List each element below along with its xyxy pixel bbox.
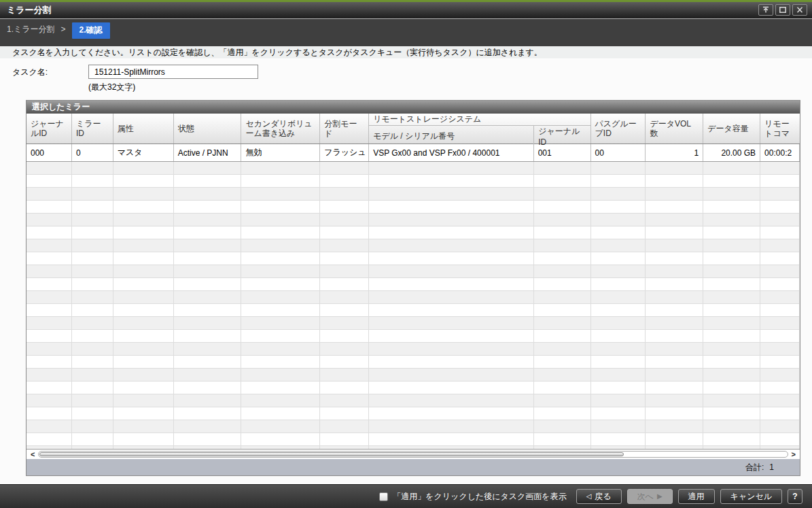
empty-cell (591, 188, 646, 200)
h-scrollbar[interactable]: < > (27, 449, 800, 459)
empty-cell (113, 226, 174, 239)
empty-cell (760, 265, 800, 277)
column-header-split-mode[interactable]: 分割モード (320, 114, 369, 143)
empty-cell (241, 188, 320, 200)
breadcrumb-step-2-current: 2.確認 (72, 22, 110, 39)
empty-cell (591, 369, 646, 381)
empty-cell (174, 394, 242, 407)
empty-cell (174, 252, 242, 265)
column-header-remote-command-device[interactable]: リモートコマ (760, 114, 800, 143)
column-header-path-group-id[interactable]: パスグループID (591, 114, 646, 143)
close-button[interactable] (792, 4, 807, 16)
column-header-status[interactable]: 状態 (174, 114, 242, 143)
empty-cell (591, 317, 646, 329)
empty-cell (72, 175, 113, 187)
empty-cell (646, 214, 703, 226)
empty-cell (646, 407, 703, 420)
action-bar: 「適用」をクリックした後にタスク画面を表示 ◁ 戻る 次へ ▶ 適用 キャンセル… (0, 484, 812, 508)
cancel-button[interactable]: キャンセル (720, 489, 782, 504)
empty-cell (27, 201, 72, 213)
empty-cell (174, 433, 242, 445)
empty-cell (113, 278, 174, 290)
column-header-journal-id[interactable]: ジャーナルID (27, 114, 72, 143)
h-scrollbar-thumb[interactable] (39, 452, 624, 456)
task-name-input[interactable] (88, 65, 258, 79)
empty-cell (174, 214, 242, 226)
empty-cell (760, 369, 800, 381)
cell-path-group-id: 00 (591, 144, 646, 161)
empty-cell (113, 291, 174, 303)
window-titlebar: ミラー分割 (0, 2, 812, 19)
help-button[interactable]: ? (788, 489, 802, 504)
cell-data-capacity: 20.00 GB (703, 144, 760, 161)
empty-cell (320, 304, 369, 316)
back-button[interactable]: ◁ 戻る (576, 489, 622, 504)
empty-cell (591, 291, 646, 303)
breadcrumb-step-1[interactable]: 1.ミラー分割 (7, 22, 55, 35)
empty-cell (369, 433, 534, 445)
rollup-button[interactable] (758, 4, 773, 16)
empty-cell (174, 175, 242, 187)
apply-button[interactable]: 適用 (678, 489, 715, 504)
column-header-attribute[interactable]: 属性 (113, 114, 174, 143)
task-name-label: タスク名: (12, 67, 48, 78)
empty-cell (72, 317, 113, 329)
empty-cell (174, 356, 242, 368)
column-header-mirror-id[interactable]: ミラーID (72, 114, 113, 143)
empty-cell (27, 188, 72, 200)
empty-cell (320, 407, 369, 420)
empty-cell (591, 201, 646, 213)
empty-cell (241, 317, 320, 329)
empty-cell (113, 433, 174, 445)
empty-cell (72, 188, 113, 200)
empty-cell (534, 394, 591, 407)
empty-cell (534, 382, 591, 394)
show-task-screen-checkbox[interactable] (379, 492, 388, 501)
empty-cell (760, 407, 800, 420)
empty-row (27, 175, 800, 188)
empty-cell (703, 433, 760, 445)
empty-cell (703, 239, 760, 252)
maximize-icon (779, 6, 787, 14)
table-row[interactable]: 000 0 マスタ Active / PJNN 無効 フラッシュ VSP Gx0… (27, 144, 800, 162)
empty-cell (320, 239, 369, 252)
empty-cell (113, 175, 174, 187)
back-button-label: 戻る (595, 491, 611, 503)
empty-row (27, 239, 800, 252)
empty-cell (113, 394, 174, 407)
empty-cell (534, 252, 591, 265)
empty-cell (241, 162, 320, 174)
scroll-right-icon[interactable]: > (792, 450, 796, 459)
maximize-button[interactable] (775, 4, 790, 16)
column-header-data-capacity[interactable]: データ容量 (703, 114, 760, 143)
empty-cell (760, 330, 800, 342)
column-header-secondary-volume-write[interactable]: セカンダリボリューム書き込み (241, 114, 320, 143)
h-scrollbar-track[interactable] (38, 451, 788, 458)
empty-cell (174, 343, 242, 355)
empty-cell (591, 162, 646, 174)
empty-cell (27, 369, 72, 381)
empty-cell (760, 162, 800, 174)
next-button[interactable]: 次へ ▶ (627, 489, 673, 504)
empty-cell (72, 304, 113, 316)
empty-cell (320, 356, 369, 368)
empty-cell (646, 356, 703, 368)
scroll-left-icon[interactable]: < (31, 450, 35, 459)
empty-cell (369, 356, 534, 368)
empty-cell (369, 214, 534, 226)
empty-cell (534, 356, 591, 368)
help-button-label: ? (792, 492, 797, 501)
empty-cell (27, 317, 72, 329)
empty-cell (72, 239, 113, 252)
empty-cell (534, 343, 591, 355)
empty-cell (241, 214, 320, 226)
empty-cell (703, 291, 760, 303)
empty-cell (113, 369, 174, 381)
empty-cell (369, 304, 534, 316)
empty-cell (591, 226, 646, 239)
column-header-data-vol-count[interactable]: データVOL数 (646, 114, 703, 143)
empty-cell (760, 214, 800, 226)
empty-cell (534, 407, 591, 420)
empty-cell (241, 265, 320, 277)
empty-cell (241, 175, 320, 187)
